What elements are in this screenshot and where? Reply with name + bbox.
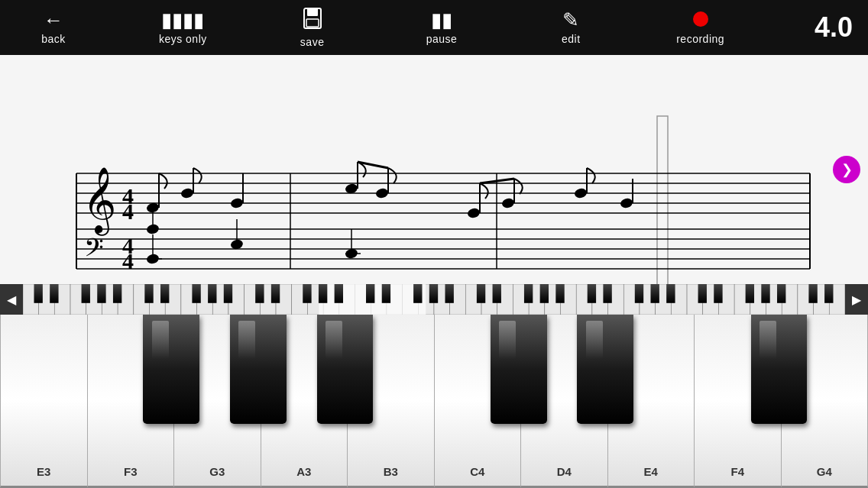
pause-label: pause: [426, 33, 458, 45]
piano-key-label: B3: [384, 465, 398, 478]
left-arrow-icon: ◀: [7, 292, 16, 307]
recording-label: recording: [676, 33, 724, 45]
sheet-next-button[interactable]: ❯: [833, 156, 860, 183]
piano-key-label: F4: [730, 465, 744, 478]
black-key-fs3[interactable]: [143, 315, 199, 424]
counter-display: 4.0: [792, 11, 853, 44]
svg-text:𝄢: 𝄢: [84, 234, 104, 268]
black-key-highlight: [499, 321, 516, 359]
svg-rect-1: [307, 8, 318, 16]
right-arrow-icon: ▶: [852, 292, 861, 307]
mini-keyboard-left-arrow[interactable]: ◀: [0, 284, 23, 315]
black-key-highlight: [326, 321, 342, 359]
white-key-e3[interactable]: E3: [0, 315, 87, 488]
black-key-fs4[interactable]: [751, 315, 808, 424]
mini-keyboard-right-arrow[interactable]: ▶: [845, 284, 868, 315]
piano-key-label: A3: [296, 465, 311, 478]
piano-key-label: G3: [209, 465, 225, 478]
mini-keyboard-strip: ◀: [0, 284, 868, 315]
chevron-right-icon: ❯: [841, 161, 853, 178]
pause-button[interactable]: ▮▮ pause: [403, 10, 480, 45]
recording-dot: [693, 11, 708, 27]
save-label: save: [300, 36, 325, 48]
recording-button[interactable]: recording: [662, 10, 739, 45]
black-key-highlight: [152, 321, 169, 359]
svg-text:4: 4: [122, 248, 134, 273]
staff-svg: 𝄞 𝄢 4 4 4 4: [0, 55, 868, 284]
edit-icon: ✎: [562, 10, 579, 30]
piano-key-label: D4: [557, 465, 572, 478]
back-button[interactable]: ← back: [15, 10, 92, 45]
black-key-highlight: [586, 321, 603, 359]
black-key-as3[interactable]: [317, 315, 374, 424]
svg-text:𝄞: 𝄞: [83, 167, 116, 236]
pause-icon: ▮▮: [431, 10, 452, 30]
black-key-gs3[interactable]: [230, 315, 287, 424]
keys-only-button[interactable]: ▮▮▮▮ keys only: [144, 10, 221, 45]
toolbar: ← back ▮▮▮▮ keys only save ▮▮ pause ✎ ed…: [0, 0, 868, 55]
piano-key-label: E3: [37, 465, 50, 478]
recording-icon: [693, 10, 708, 30]
piano-key-label: F3: [124, 465, 138, 478]
counter-value: 4.0: [815, 11, 853, 43]
sheet-music-area: 𝄞 𝄢 4 4 4 4: [0, 55, 868, 284]
piano-keyboard: E3F3G3A3B3C4D4E4F4G4: [0, 315, 868, 488]
piano-keys-wrapper: E3F3G3A3B3C4D4E4F4G4: [0, 315, 868, 488]
black-key-highlight: [760, 321, 776, 359]
piano-key-label: E4: [644, 465, 658, 478]
back-icon: ←: [44, 10, 63, 30]
edit-button[interactable]: ✎ edit: [533, 10, 609, 45]
svg-rect-2: [306, 19, 319, 27]
black-key-cs4[interactable]: [491, 315, 547, 424]
black-key-highlight: [238, 321, 255, 359]
white-keys-container: E3F3G3A3B3C4D4E4F4G4: [0, 315, 868, 488]
back-label: back: [41, 33, 66, 45]
save-icon: [301, 7, 324, 33]
black-key-ds4[interactable]: [577, 315, 633, 424]
svg-text:4: 4: [122, 199, 134, 224]
mini-keys-container[interactable]: [23, 284, 845, 315]
piano-key-label: C4: [470, 465, 484, 478]
mini-canvas: [23, 284, 845, 315]
save-button[interactable]: save: [274, 7, 351, 48]
keys-only-label: keys only: [159, 33, 207, 45]
piano-key-label: G4: [817, 465, 832, 478]
edit-label: edit: [562, 33, 581, 45]
keys-only-icon: ▮▮▮▮: [161, 10, 204, 30]
